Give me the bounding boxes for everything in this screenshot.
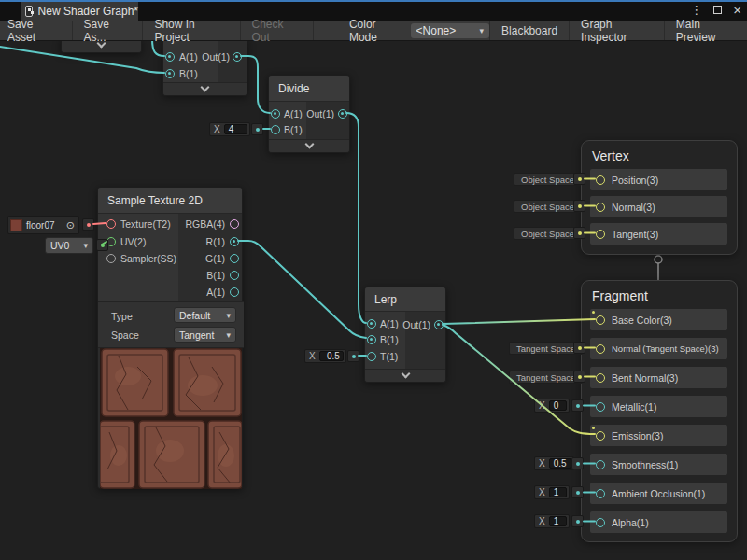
port-a1[interactable]: [230, 287, 239, 297]
x-value[interactable]: 4: [224, 124, 247, 134]
row-label: Alpha(1): [612, 517, 649, 528]
port-ambient-occlusion1[interactable]: [596, 489, 605, 498]
blackboard-toggle[interactable]: Blackboard: [489, 21, 569, 40]
type-dropdown[interactable]: Default ▾: [174, 307, 236, 323]
fragment-context-block[interactable]: Fragment Base Color(3) Normal (Tangent S…: [581, 280, 738, 542]
save-as-button[interactable]: Save As...: [73, 21, 144, 40]
binding-dot: [573, 342, 585, 354]
node-title: Sample Texture 2D: [98, 188, 242, 214]
port-position3[interactable]: [596, 175, 605, 185]
smoothness-default-field[interactable]: X 0.5: [534, 456, 574, 470]
expand-chevron[interactable]: [163, 82, 247, 95]
row-label: Position(3): [612, 175, 658, 186]
node-divide[interactable]: Divide A(1) B(1) Out(1): [268, 75, 350, 153]
port-base-color3[interactable]: [596, 315, 605, 325]
block-row-normal-ts[interactable]: Normal (Tangent Space)(3): [590, 338, 727, 359]
alpha-default-field[interactable]: X 1: [534, 514, 570, 528]
tab-title: New Shader Graph*: [38, 5, 138, 18]
port-divide-a[interactable]: [271, 109, 280, 119]
block-row-smoothness[interactable]: Smoothness(1): [590, 454, 727, 475]
port-node1-b[interactable]: [165, 69, 175, 78]
port-smoothness1[interactable]: [596, 460, 605, 469]
metallic-default-field[interactable]: X 0: [534, 399, 570, 413]
port-texture-t2[interactable]: [106, 219, 116, 229]
show-in-project-button[interactable]: Show In Project: [143, 21, 240, 40]
port-r1[interactable]: [230, 237, 239, 246]
port-bent-normal3[interactable]: [596, 373, 605, 383]
default-dot: [571, 457, 584, 469]
dropdown-arrow-icon: ▾: [226, 330, 231, 340]
block-row-position[interactable]: Position(3): [590, 169, 727, 190]
port-divide-out[interactable]: [338, 109, 347, 119]
space-dropdown[interactable]: Tangent ▾: [174, 327, 236, 343]
port-normal3[interactable]: [596, 203, 605, 212]
port-tangent3[interactable]: [596, 230, 605, 239]
space-label: Space: [111, 329, 139, 341]
port-label: B(1): [179, 68, 198, 79]
texture-asset-field[interactable]: floor07 ⊙: [7, 216, 79, 234]
port-node1-out[interactable]: [233, 52, 242, 62]
x-value[interactable]: 1: [549, 516, 567, 526]
check-out-button: Check Out: [241, 21, 314, 40]
close-icon[interactable]: ×: [733, 6, 741, 14]
block-row-normal[interactable]: Normal(3): [590, 196, 727, 217]
x-value[interactable]: 0.5: [549, 458, 571, 469]
maximize-icon[interactable]: [713, 6, 722, 14]
block-row-base-color[interactable]: Base Color(3): [590, 309, 727, 330]
block-title: Fragment: [592, 288, 648, 303]
uv-channel-value: UV0: [50, 240, 69, 251]
block-row-bent-normal[interactable]: Bent Normal(3): [590, 367, 727, 388]
port-lerp-b[interactable]: [367, 335, 376, 344]
graph-inspector-toggle[interactable]: Graph Inspector: [569, 21, 664, 40]
binding-dot: [573, 200, 585, 212]
main-preview-toggle[interactable]: Main Preview: [664, 21, 747, 40]
port-emission3[interactable]: [596, 431, 605, 441]
port-alpha1[interactable]: [596, 518, 605, 527]
port-metallic1[interactable]: [596, 402, 605, 412]
lerp-t-default-field[interactable]: X -0.5: [304, 349, 346, 363]
binding-dot: [573, 173, 585, 185]
texture-thumbnail: [10, 219, 22, 231]
port-sampler-ss[interactable]: [106, 254, 116, 263]
port-rgba4[interactable]: [230, 219, 239, 229]
port-b1[interactable]: [230, 271, 239, 280]
port-node1-a[interactable]: [165, 52, 175, 62]
block-row-emission[interactable]: Emission(3): [590, 425, 727, 446]
node-sample-texture-2d[interactable]: Sample Texture 2D Texture(T2) UV(2) Samp…: [97, 187, 243, 489]
row-label: Tangent(3): [612, 229, 658, 240]
row-label: Ambient Occlusion(1): [612, 488, 705, 499]
menu-kebab-icon[interactable]: ⋮: [690, 3, 702, 17]
port-g1[interactable]: [230, 254, 239, 263]
binding-object-space: Object Space: [514, 200, 582, 213]
color-mode-dropdown[interactable]: <None> ▾: [411, 23, 490, 38]
save-asset-button[interactable]: Save Asset: [0, 21, 73, 40]
x-value[interactable]: 1: [549, 487, 567, 497]
port-lerp-out[interactable]: [434, 320, 444, 329]
divide-b-default-field[interactable]: X 4: [209, 122, 250, 136]
block-row-tangent[interactable]: Tangent(3): [590, 223, 727, 245]
ambient-occlusion-default-field[interactable]: X 1: [534, 485, 570, 499]
x-value[interactable]: -0.5: [319, 351, 344, 361]
block-row-ambient-occlusion[interactable]: Ambient Occlusion(1): [590, 483, 727, 504]
vertex-context-block[interactable]: Vertex Position(3) Normal(3) Tangent(3): [581, 140, 738, 255]
space-value: Tangent: [179, 329, 214, 341]
port-normal-tangent-space3[interactable]: [596, 344, 605, 354]
block-row-alpha[interactable]: Alpha(1): [590, 511, 727, 533]
expand-chevron[interactable]: [365, 369, 445, 382]
uv-channel-dropdown[interactable]: UV0 ▾: [45, 237, 93, 254]
texture-preview: [100, 348, 242, 489]
x-value[interactable]: 0: [549, 400, 567, 411]
port-label: A(1): [206, 287, 225, 298]
node-lerp[interactable]: Lerp A(1) B(1) T(1) Out(1): [364, 287, 446, 383]
port-divide-b[interactable]: [271, 125, 280, 134]
block-row-metallic[interactable]: Metallic(1): [590, 396, 727, 417]
row-label: Emission(3): [612, 430, 663, 441]
port-lerp-t[interactable]: [367, 352, 376, 361]
object-picker-icon[interactable]: ⊙: [66, 219, 75, 231]
expand-chevron[interactable]: [269, 139, 349, 152]
graph-canvas[interactable]: A(1) B(1) Out(1) Divide A(1) B(1) Out(1)…: [0, 0, 747, 560]
port-label: G(1): [205, 253, 225, 264]
port-label: B(1): [206, 270, 225, 281]
node-add[interactable]: A(1) B(1) Out(1): [162, 38, 247, 96]
port-lerp-a[interactable]: [367, 319, 376, 329]
